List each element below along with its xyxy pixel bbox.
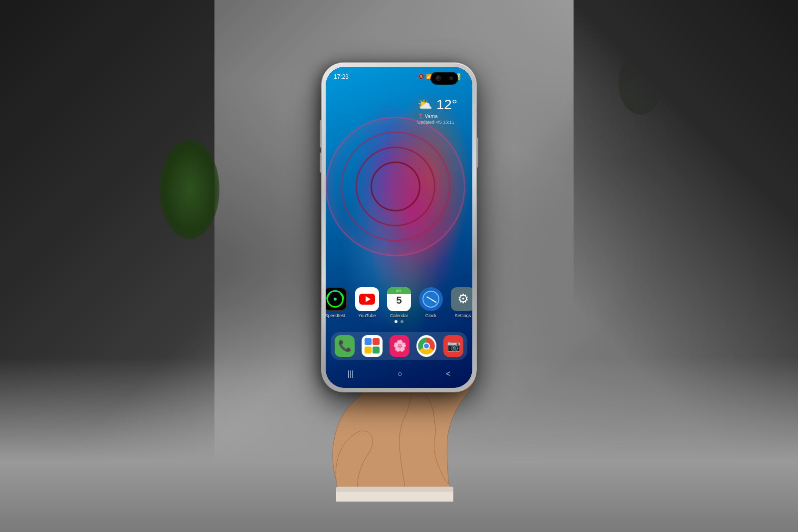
swirl-4 bbox=[371, 162, 420, 211]
screen-bezel: 17:23 🔕 📶 ▐▌ 83% 🔋 ⛅ 12° bbox=[326, 67, 472, 388]
weather-icon: ⛅ bbox=[417, 98, 432, 112]
page-dots bbox=[326, 320, 472, 323]
weather-main: ⛅ 12° bbox=[417, 97, 457, 113]
settings-icon: ⚙ bbox=[451, 287, 472, 311]
camera-pill bbox=[431, 73, 457, 84]
svg-rect-1 bbox=[336, 487, 453, 492]
clock-icon bbox=[419, 287, 443, 311]
weather-city: 📍 Varna bbox=[417, 114, 457, 119]
dock-flower[interactable]: 🌸 bbox=[390, 335, 409, 357]
weather-temperature: 12° bbox=[436, 97, 457, 113]
chrome-icon bbox=[418, 338, 435, 355]
nav-back-button[interactable]: < bbox=[440, 367, 456, 380]
calendar-label: Calendar bbox=[390, 313, 408, 318]
calendar-icon: SAT 5 bbox=[387, 287, 411, 311]
volume-down-button[interactable] bbox=[320, 153, 322, 173]
youtube-play-button bbox=[359, 294, 375, 305]
app-item-clock[interactable]: Clock bbox=[419, 287, 443, 318]
clock-face bbox=[422, 291, 439, 308]
flower-icon: 🌸 bbox=[393, 340, 406, 353]
speedtest-label: Speedtest bbox=[326, 313, 345, 318]
volume-up-button[interactable] bbox=[320, 128, 322, 148]
dock-phone[interactable]: 📞 bbox=[335, 335, 355, 357]
app-item-youtube[interactable]: YouTube bbox=[355, 287, 379, 318]
app-item-settings[interactable]: ⚙ Settings bbox=[451, 287, 472, 318]
speedtest-icon bbox=[326, 287, 347, 311]
app-item-calendar[interactable]: SAT 5 Calendar bbox=[387, 287, 411, 318]
page-dot-2 bbox=[400, 320, 403, 323]
weather-widget[interactable]: ⛅ 12° 📍 Varna Updated 4/5 15:11 bbox=[417, 97, 457, 125]
phone-screen: 17:23 🔕 📶 ▐▌ 83% 🔋 ⛅ 12° bbox=[326, 67, 472, 388]
phone-body: 17:23 🔕 📶 ▐▌ 83% 🔋 ⛅ 12° bbox=[322, 63, 476, 392]
app-icons-row: Speedtest YouTube SAT 5 bbox=[326, 287, 472, 318]
clock-label: Clock bbox=[425, 313, 437, 318]
phone-call-icon: 📞 bbox=[338, 340, 352, 353]
camera-lens-depth bbox=[449, 76, 453, 80]
location-pin-icon: 📍 bbox=[417, 114, 423, 119]
bottom-dock: 📞 🌸 bbox=[331, 332, 467, 360]
gear-icon: ⚙ bbox=[457, 291, 469, 307]
camera-icon: 📷 bbox=[447, 340, 460, 353]
navigation-bar: ||| ○ < bbox=[326, 364, 472, 384]
dock-chrome[interactable] bbox=[416, 335, 436, 357]
calendar-day: 5 bbox=[396, 295, 401, 305]
app-item-speedtest[interactable]: Speedtest bbox=[326, 287, 347, 318]
wifi-icon: 📶 bbox=[426, 74, 432, 79]
camera-lens-selfie bbox=[435, 75, 441, 81]
dock-google-apps[interactable] bbox=[362, 335, 383, 357]
status-time: 17:23 bbox=[334, 73, 349, 80]
nav-recents-button[interactable]: ||| bbox=[342, 367, 360, 380]
bg-plant-left bbox=[160, 140, 219, 239]
phone-in-hand: 17:23 🔕 📶 ▐▌ 83% 🔋 ⛅ 12° bbox=[274, 63, 524, 487]
mute-icon: 🔕 bbox=[418, 74, 424, 79]
power-button[interactable] bbox=[476, 138, 478, 168]
dock-camera[interactable]: 📷 bbox=[443, 335, 463, 357]
nav-home-button[interactable]: ○ bbox=[392, 367, 408, 380]
settings-label: Settings bbox=[455, 313, 471, 318]
youtube-icon bbox=[355, 287, 379, 311]
weather-updated: Updated 4/5 15:11 bbox=[417, 120, 457, 125]
clock-minute-hand bbox=[431, 299, 437, 303]
youtube-label: YouTube bbox=[358, 313, 376, 318]
page-dot-1 bbox=[395, 320, 398, 323]
calendar-header: SAT bbox=[387, 287, 411, 294]
